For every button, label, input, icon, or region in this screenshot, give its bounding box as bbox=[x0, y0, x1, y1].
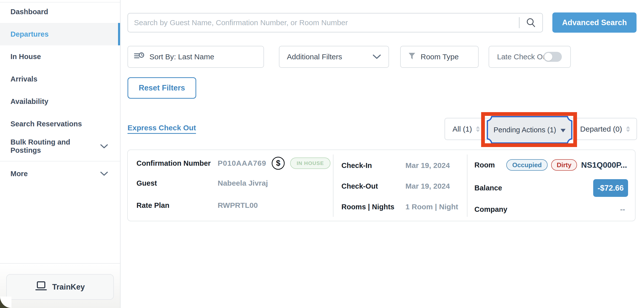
sort-by-dropdown[interactable]: Sort By: Last Name bbox=[128, 46, 264, 68]
sidebar-item-arrivals[interactable]: Arrivals bbox=[0, 68, 120, 90]
sidebar: Dashboard Departures In House Arrivals A… bbox=[0, 0, 120, 308]
reservation-card: Confirmation Number P010AAA769 $ IN HOUS… bbox=[127, 150, 636, 221]
late-check-out-filter: Late Check Out bbox=[488, 46, 571, 68]
room-type-label: Room Type bbox=[420, 53, 459, 61]
additional-filters-dropdown[interactable]: Additional Filters bbox=[279, 46, 389, 68]
card-divider bbox=[467, 154, 468, 217]
late-check-out-toggle[interactable] bbox=[544, 52, 562, 62]
room-label: Room bbox=[474, 161, 495, 169]
sidebar-item-label: Availability bbox=[10, 97, 48, 106]
sidebar-item-label: Departures bbox=[10, 30, 48, 38]
sidebar-footer: TrainKey bbox=[0, 263, 120, 308]
toggle-knob bbox=[544, 53, 552, 61]
sort-arrows-icon bbox=[626, 126, 630, 132]
sidebar-item-label: Search Reservations bbox=[10, 120, 82, 128]
dollar-circle-icon: $ bbox=[272, 157, 285, 170]
sidebar-item-label: More bbox=[10, 170, 28, 178]
sidebar-item-dashboard[interactable]: Dashboard bbox=[0, 1, 120, 23]
sort-icon bbox=[134, 52, 144, 62]
rooms-nights-label: Rooms | Nights bbox=[342, 203, 394, 211]
additional-filters-label: Additional Filters bbox=[287, 53, 342, 61]
tab-all[interactable]: All (1) bbox=[452, 118, 480, 140]
check-in-value: Mar 19, 2024 bbox=[406, 161, 450, 170]
trainkey-button[interactable]: TrainKey bbox=[6, 274, 114, 300]
search-input[interactable] bbox=[128, 14, 519, 32]
chevron-down-icon bbox=[372, 53, 381, 61]
sort-arrows-icon bbox=[476, 126, 480, 132]
departures-page: Dashboard Departures In House Arrivals A… bbox=[0, 0, 644, 308]
search-icon[interactable] bbox=[520, 18, 542, 28]
check-in-label: Check-In bbox=[342, 161, 372, 170]
check-out-label: Check-Out bbox=[342, 182, 378, 190]
guest-label: Guest bbox=[136, 179, 157, 187]
chevron-down-icon bbox=[100, 171, 108, 176]
sidebar-item-more[interactable]: More bbox=[0, 162, 120, 185]
company-label: Company bbox=[474, 205, 507, 214]
advanced-search-button[interactable]: Advanced Search bbox=[552, 13, 636, 33]
caret-down-icon bbox=[560, 126, 566, 134]
laptop-icon bbox=[35, 281, 47, 293]
confirmation-number-row: P010AAA769 $ IN HOUSE bbox=[218, 157, 330, 170]
sidebar-item-label: Arrivals bbox=[10, 75, 37, 83]
room-status-pills: Occupied Dirty bbox=[506, 159, 577, 171]
trainkey-label: TrainKey bbox=[52, 282, 85, 291]
sidebar-item-label: Bulk Routing and Postings bbox=[10, 138, 100, 154]
express-check-out-link[interactable]: Express Check Out bbox=[128, 124, 196, 134]
tab-pending-actions[interactable]: Pending Actions (1) bbox=[486, 116, 572, 144]
chevron-down-icon bbox=[100, 144, 108, 149]
balance-badge: -$72.66 bbox=[593, 179, 628, 197]
guest-name: Nabeela Jivraj bbox=[218, 179, 268, 187]
sidebar-item-departures[interactable]: Departures bbox=[0, 23, 120, 45]
card-divider bbox=[333, 154, 334, 217]
sort-by-label: Sort By: Last Name bbox=[150, 53, 214, 61]
sidebar-item-search-reservations[interactable]: Search Reservations bbox=[0, 113, 120, 135]
sidebar-item-in-house[interactable]: In House bbox=[0, 45, 120, 68]
sidebar-item-bulk-routing[interactable]: Bulk Routing and Postings bbox=[0, 135, 120, 157]
sidebar-divider bbox=[0, 161, 120, 161]
room-number-value: NS1Q000P... bbox=[581, 160, 627, 170]
tab-departed[interactable]: Departed (0) bbox=[580, 118, 630, 140]
tab-all-label: All (1) bbox=[452, 125, 472, 133]
room-type-filter[interactable]: Room Type bbox=[400, 46, 479, 68]
check-out-value: Mar 19, 2024 bbox=[406, 182, 450, 190]
late-check-out-label: Late Check Out bbox=[497, 53, 549, 61]
sidebar-item-label: Dashboard bbox=[10, 8, 48, 16]
tab-pending-label: Pending Actions (1) bbox=[494, 126, 556, 134]
sidebar-nav: Dashboard Departures In House Arrivals A… bbox=[0, 1, 120, 185]
reset-filters-button[interactable]: Reset Filters bbox=[128, 77, 196, 99]
tab-departed-label: Departed (0) bbox=[580, 125, 622, 133]
sidebar-item-label: In House bbox=[10, 53, 41, 61]
rate-plan-value: RWPRTL00 bbox=[218, 201, 258, 210]
rate-plan-label: Rate Plan bbox=[136, 201, 169, 210]
company-value: -- bbox=[620, 205, 625, 214]
confirmation-number-value: P010AAA769 bbox=[218, 159, 266, 167]
in-house-badge: IN HOUSE bbox=[290, 157, 330, 169]
balance-label: Balance bbox=[474, 184, 502, 192]
confirmation-number-label: Confirmation Number bbox=[136, 159, 211, 167]
sidebar-item-availability[interactable]: Availability bbox=[0, 90, 120, 113]
search-bar bbox=[128, 13, 543, 32]
rooms-nights-value: 1 Room | Night bbox=[406, 203, 458, 211]
dirty-badge: Dirty bbox=[551, 159, 577, 171]
occupied-badge: Occupied bbox=[506, 159, 548, 171]
funnel-icon bbox=[408, 52, 416, 62]
status-tabs: All (1) Departed (0) Pending Actions (1) bbox=[444, 118, 637, 140]
